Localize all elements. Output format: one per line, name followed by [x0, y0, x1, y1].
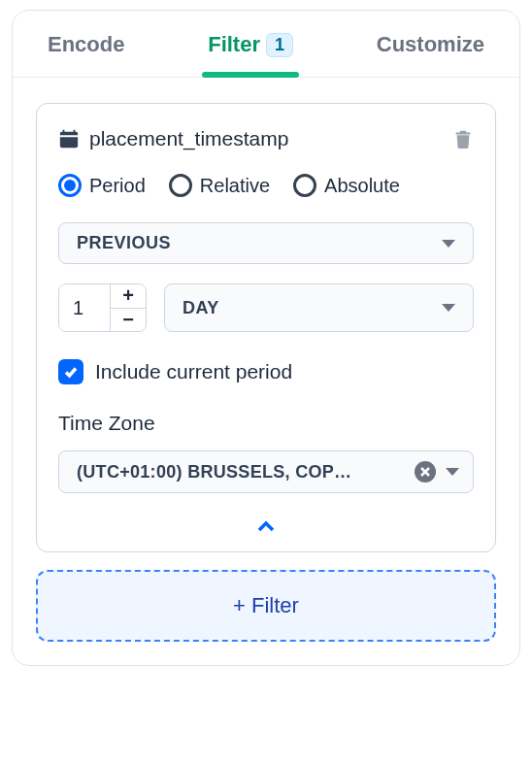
timezone-label: Time Zone	[58, 412, 474, 435]
stepper-decrement[interactable]: −	[111, 309, 146, 332]
trash-icon[interactable]	[452, 127, 474, 150]
radio-absolute[interactable]: Absolute	[293, 174, 400, 197]
previous-select[interactable]: PREVIOUS	[58, 222, 474, 264]
unit-select-value: DAY	[183, 298, 219, 318]
chevron-up-icon	[256, 520, 276, 534]
caret-down-icon	[442, 240, 455, 248]
stepper-buttons: + −	[110, 284, 146, 331]
timezone-select[interactable]: (UTC+01:00) BRUSSELS, COP…	[58, 450, 474, 493]
caret-down-icon	[446, 468, 459, 476]
checkbox-box	[58, 359, 83, 384]
calendar-icon	[58, 128, 80, 150]
timezone-value: (UTC+01:00) BRUSSELS, COP…	[77, 462, 405, 482]
tab-encode[interactable]: Encode	[48, 32, 124, 77]
quantity-stepper: + −	[58, 283, 147, 332]
radio-relative-label: Relative	[200, 175, 270, 197]
include-current-label: Include current period	[95, 360, 292, 383]
radio-period[interactable]: Period	[58, 174, 146, 197]
checkmark-icon	[63, 364, 79, 380]
x-icon	[419, 466, 431, 478]
filter-header: placement_timestamp	[58, 127, 474, 150]
radio-period-circle	[58, 174, 82, 197]
radio-relative-circle	[169, 174, 192, 197]
radio-relative[interactable]: Relative	[169, 174, 270, 197]
radio-period-label: Period	[89, 175, 146, 197]
filter-count-badge: 1	[266, 33, 293, 57]
tab-filter-label: Filter	[208, 32, 260, 57]
tab-bar: Encode Filter 1 Customize	[13, 11, 519, 78]
radio-absolute-circle	[293, 174, 316, 197]
collapse-toggle[interactable]	[58, 515, 474, 540]
previous-select-value: PREVIOUS	[77, 233, 171, 253]
tab-filter[interactable]: Filter 1	[208, 32, 293, 77]
config-panel: Encode Filter 1 Customize placement_time…	[12, 10, 520, 666]
filter-field-name: placement_timestamp	[89, 127, 288, 150]
filter-field-title: placement_timestamp	[58, 127, 288, 150]
filter-mode-radios: Period Relative Absolute	[58, 174, 474, 197]
tab-customize[interactable]: Customize	[377, 32, 484, 77]
radio-absolute-label: Absolute	[324, 175, 400, 197]
quantity-unit-row: + − DAY	[58, 283, 474, 332]
unit-select[interactable]: DAY	[164, 283, 474, 332]
caret-down-icon	[442, 304, 455, 312]
quantity-input[interactable]	[59, 284, 110, 331]
add-filter-button[interactable]: + Filter	[36, 570, 496, 642]
stepper-increment[interactable]: +	[111, 284, 146, 309]
include-current-checkbox[interactable]: Include current period	[58, 359, 474, 384]
filter-card: placement_timestamp Period Relative Abso…	[36, 103, 496, 552]
clear-timezone-button[interactable]	[415, 461, 436, 482]
